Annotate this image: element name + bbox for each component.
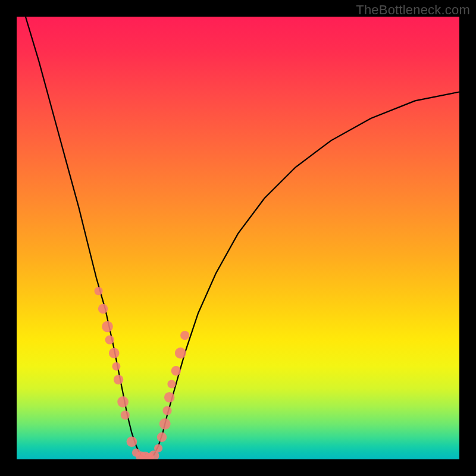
marker-dot xyxy=(98,304,108,314)
marker-dot xyxy=(157,433,167,442)
marker-dot xyxy=(117,396,129,408)
marker-dot xyxy=(159,418,171,430)
chart-frame: TheBottleneck.com xyxy=(0,0,476,476)
highlight-markers xyxy=(95,287,190,459)
marker-dot xyxy=(154,444,162,452)
marker-dot xyxy=(164,392,175,403)
marker-dot xyxy=(162,406,171,415)
marker-dot xyxy=(95,287,103,295)
marker-dot xyxy=(102,321,113,332)
attribution-label: TheBottleneck.com xyxy=(356,2,470,18)
bottleneck-curve xyxy=(26,17,459,457)
marker-dot xyxy=(109,348,120,359)
marker-dot xyxy=(180,331,189,340)
marker-dot xyxy=(127,436,137,447)
marker-dot xyxy=(171,366,181,375)
marker-dot xyxy=(105,336,114,345)
plot-area xyxy=(17,17,459,459)
marker-dot xyxy=(114,375,123,384)
marker-dot xyxy=(175,347,186,359)
marker-dot xyxy=(167,380,176,389)
marker-dot xyxy=(121,411,130,419)
marker-dot xyxy=(112,362,120,371)
plot-svg xyxy=(17,17,459,459)
